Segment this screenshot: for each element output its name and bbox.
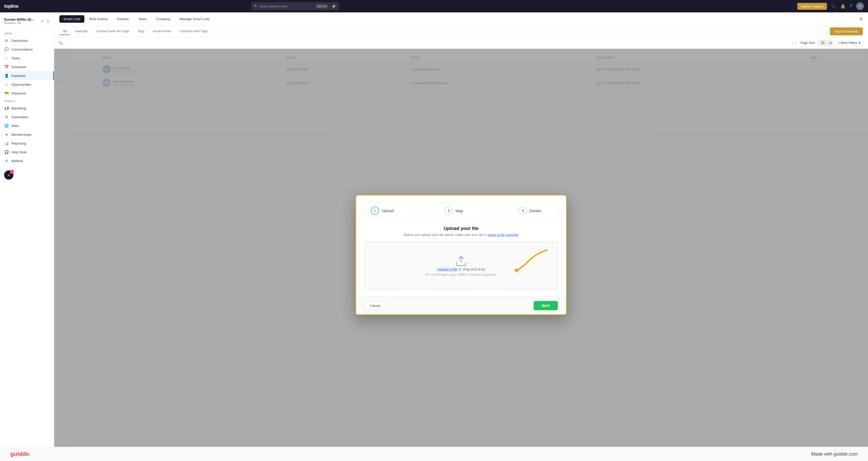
step-2-circle: 2 [444,207,453,215]
step-divider-2 [482,211,515,211]
filter-bar: 🔍 ‹ › Page Size: 20 50 100 ≡ More Filter… [54,37,868,49]
sidebar-label-opportunities: Opportunities [11,83,31,87]
tab-all[interactable]: All [59,28,70,35]
tools-section-label: Tools [0,98,54,104]
page-size-select[interactable]: 20 50 100 [818,40,833,46]
sidebar-item-reporting[interactable]: 📊 Reporting [0,139,54,148]
subnav-bulk-actions[interactable]: Bulk Actions [85,15,112,23]
tab-email-known[interactable]: email known [149,28,175,35]
import-contacts-button[interactable]: Import Contacts [830,27,863,35]
guidde-tagline: Made with guidde.com [811,452,858,457]
sidebar-item-tasks[interactable]: ✓ Tasks [0,54,54,62]
tabs-bar: All example Contacts with No Tags Tags e… [54,26,868,37]
tab-tags[interactable]: Tags [134,28,148,35]
arrow-annotation-svg [495,248,552,278]
settings-icon[interactable]: ⚙ [859,17,863,22]
sidebar-item-conversations[interactable]: 💬 Conversations [0,45,54,54]
svg-marker-1 [514,269,519,273]
tab-contacts-no-tags[interactable]: Contacts with No Tags [92,28,133,35]
chevron-down-icon: ▼ [40,19,43,23]
sidebar-label-reporting: Reporting [11,142,26,145]
global-search[interactable]: 🔍 Quick search here Ctrl + K ⚡ [251,2,339,10]
main-content: Smart Lists Bulk Actions Restore Tasks C… [54,12,868,461]
sidebar-label-tasks: Tasks [11,56,20,60]
guidde-footer: guidde. Made with guidde.com [0,447,868,461]
sidebar-label-automation: Automation [11,115,28,119]
sidebar-item-helpdesk[interactable]: 🎧 Help Desk [0,148,54,156]
sidebar-item-automation[interactable]: ⚙ Automation [0,113,54,121]
memberships-icon: ★ [4,132,9,136]
helpdesk-icon: 🎧 [4,150,9,154]
chevron-down-icon: ▼ [858,41,861,45]
user-avatar[interactable]: U [856,2,864,10]
more-filters-button[interactable]: ≡ More Filters ▼ [835,40,864,46]
tab-contacts-tags[interactable]: Contacts with Tags [176,28,211,35]
pagination-prev[interactable]: ‹ [792,41,793,45]
contacts-icon: 👤 [4,73,9,78]
subnav-tasks[interactable]: Tasks [134,15,151,23]
subnav-smart-lists[interactable]: Smart Lists [59,15,84,23]
sidebar-item-opportunities[interactable]: ◇ Opportunities [0,80,54,89]
sidebar-label-memberships: Memberships [11,133,31,136]
sites-icon: 🌐 [4,124,9,128]
sidebar-label-contacts: Contacts [11,74,26,78]
search-icon: 🔍 [254,4,258,8]
modal-overlay: 1 Upload 2 Map [54,49,868,461]
user-profile-avatar[interactable]: A 2 [4,171,13,180]
step-2-number: 2 [448,209,450,213]
subnav-manage-smart-lists[interactable]: Manage Smart Lists [176,15,214,23]
bolt-icon: ⚡ [331,4,337,9]
dashboard-icon: ⊞ [4,38,9,42]
step-1-label: Upload [382,209,394,213]
step-divider-1 [408,211,440,211]
workspace-selector[interactable]: Dunder Mifflin (D... Scranton, PA ▼ ⊟ [0,16,54,28]
step-details: 3 Details [519,207,551,215]
step-2-label: Map [456,209,463,213]
app-logo: topline [4,4,19,9]
scheduler-icon: 📅 [4,65,9,69]
marketing-icon: 📢 [4,106,9,110]
support-button[interactable]: topline Support [797,3,827,10]
sidebar-label-scheduler: Scheduler [11,65,27,69]
cancel-button[interactable]: Cancel [364,302,385,310]
sidebar-item-marketing[interactable]: 📢 Marketing [0,104,54,113]
sidebar-item-contacts[interactable]: 👤 Contacts [0,71,54,80]
tab-example[interactable]: example [71,28,91,35]
upload-file-link[interactable]: Upload a file [437,267,457,271]
guidde-logo: guidde. [10,451,30,457]
next-button[interactable]: Next [534,301,558,310]
sidebar-item-mailfold[interactable]: ✉ Mailfold [0,156,54,165]
sidebar-item-sites[interactable]: 🌐 Sites [0,121,54,130]
tasks-icon: ✓ [4,56,9,60]
filter-lines-icon: ≡ [838,41,840,45]
subnav-company[interactable]: Company [152,15,175,23]
search-shortcut: Ctrl + K [316,4,328,8]
dropzone[interactable]: Upload a file or drag and drop All .csv … [364,242,558,289]
subnav-restore[interactable]: Restore [113,15,133,23]
pagination-next[interactable]: › [795,41,797,45]
upload-subtitle: Before you upload your file below, make … [364,233,558,237]
notification-icon[interactable]: 🔔 [840,4,845,9]
step-1-circle: 1 [371,207,379,215]
modal-body: 1 Upload 2 Map [356,195,566,297]
page-size-label: Page Size: [801,41,816,45]
step-3-label: Details [529,209,541,213]
sidebar-label-marketing: Marketing [11,106,26,110]
sidebar-item-scheduler[interactable]: 📅 Scheduler [0,62,54,71]
help-icon[interactable]: ? [850,4,852,8]
workspace-name: Dunder Mifflin (D... [4,18,38,22]
sidebar-item-dashboard[interactable]: ⊞ Dashboard [0,36,54,45]
sidebar-item-payments[interactable]: 💳 Payments [0,89,54,98]
top-navigation: topline 🔍 Quick search here Ctrl + K ⚡ t… [0,0,868,12]
notification-badge: 2 [10,170,14,174]
sidebar-item-memberships[interactable]: ★ Memberships [0,130,54,139]
import-modal: 1 Upload 2 Map [355,195,567,315]
step-upload: 1 Upload [371,207,404,215]
phone-icon[interactable]: 📞 [831,4,836,9]
more-filters-label: More Filters [841,41,857,45]
sidebar-label-payments: Payments [11,91,26,95]
payments-icon: 💳 [4,91,9,95]
layout-icon[interactable]: ⊟ [47,19,50,23]
drag-drop-text: or drag and drop [458,267,485,271]
ready-to-import-link[interactable]: ready to be imported [488,233,518,237]
